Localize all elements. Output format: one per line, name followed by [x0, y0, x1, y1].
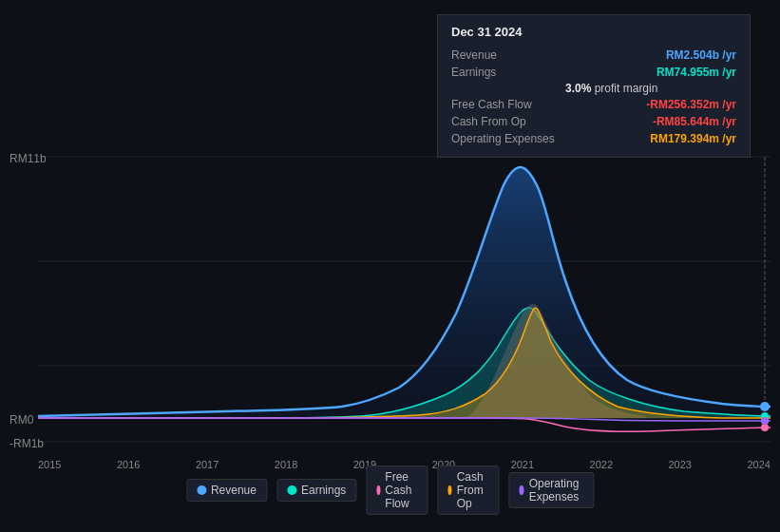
svg-point-8 [761, 424, 769, 431]
tooltip-value-earnings: RM74.955m /yr [656, 66, 736, 79]
y-label-top: RM11b [10, 152, 47, 165]
legend-item-earnings[interactable]: Earnings [276, 479, 356, 502]
tooltip-label-cashfromop: Cash From Op [451, 115, 565, 128]
legend-label-opex: Operating Expenses [529, 477, 583, 504]
legend-label-fcf: Free Cash Flow [385, 470, 417, 510]
tooltip-value-fcf: -RM256.352m /yr [646, 98, 736, 111]
tooltip-row-opex: Operating Expenses RM179.394m /yr [451, 130, 736, 147]
legend-label-revenue: Revenue [211, 484, 257, 497]
y-label-mid: RM0 [10, 413, 33, 427]
tooltip-margin-pct: 3.0% [565, 82, 591, 95]
tooltip-row-earnings: Earnings RM74.955m /yr [451, 64, 736, 81]
legend-dot-opex [519, 485, 523, 495]
legend-item-fcf[interactable]: Free Cash Flow [366, 466, 428, 515]
tooltip-label-fcf: Free Cash Flow [451, 98, 565, 111]
tooltip-label-opex: Operating Expenses [451, 132, 565, 145]
tooltip-value-cashfromop: -RM85.644m /yr [653, 115, 736, 128]
tooltip-row-cashfromop: Cash From Op -RM85.644m /yr [451, 113, 736, 130]
chart-container: Dec 31 2024 Revenue RM2.504b /yr Earning… [0, 0, 780, 532]
legend-item-revenue[interactable]: Revenue [186, 479, 267, 502]
x-label-2024: 2024 [747, 459, 770, 470]
x-label-2015: 2015 [38, 459, 61, 470]
tooltip-label-revenue: Revenue [451, 48, 565, 62]
legend-label-cashfromop: Cash From Op [457, 470, 489, 510]
legend-label-earnings: Earnings [301, 484, 346, 497]
tooltip-label-earnings: Earnings [451, 66, 565, 79]
legend-item-cashfromop[interactable]: Cash From Op [437, 466, 499, 515]
legend-dot-fcf [376, 485, 380, 495]
svg-point-6 [760, 402, 770, 411]
legend-dot-earnings [287, 485, 296, 495]
x-label-2016: 2016 [117, 459, 140, 470]
legend-item-opex[interactable]: Operating Expenses [508, 472, 594, 508]
tooltip-panel: Dec 31 2024 Revenue RM2.504b /yr Earning… [437, 14, 751, 158]
legend-dot-revenue [197, 485, 206, 495]
y-label-neg: -RM1b [10, 437, 44, 450]
legend-dot-cashfromop [447, 485, 451, 495]
chart-legend: Revenue Earnings Free Cash Flow Cash Fro… [186, 466, 594, 515]
svg-point-10 [761, 417, 769, 425]
tooltip-row-revenue: Revenue RM2.504b /yr [451, 47, 736, 64]
tooltip-margin: 3.0% profit margin [451, 81, 736, 96]
tooltip-row-fcf: Free Cash Flow -RM256.352m /yr [451, 96, 736, 113]
x-label-2023: 2023 [669, 459, 692, 470]
tooltip-value-revenue: RM2.504b /yr [666, 48, 736, 62]
tooltip-date: Dec 31 2024 [451, 25, 736, 39]
tooltip-value-opex: RM179.394m /yr [650, 132, 736, 145]
